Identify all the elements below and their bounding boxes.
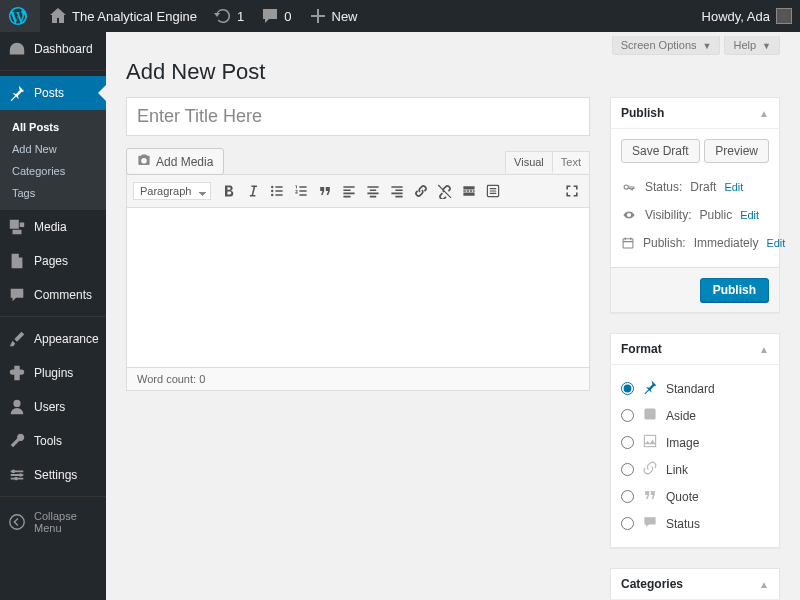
edit-date-link[interactable]: Edit — [766, 237, 785, 249]
svg-rect-9 — [623, 239, 633, 248]
format-quote[interactable]: Quote — [621, 483, 769, 510]
pin-icon — [8, 84, 26, 102]
status-bar: Word count: 0 — [126, 368, 590, 391]
updates-count: 1 — [237, 9, 244, 24]
submenu-add-new[interactable]: Add New — [0, 138, 106, 160]
menu-label: Appearance — [34, 332, 99, 346]
format-aside[interactable]: Aside — [621, 402, 769, 429]
comments-link[interactable]: 0 — [252, 0, 299, 32]
collapse-menu[interactable]: Collapse Menu — [0, 502, 106, 542]
menu-pages[interactable]: Pages — [0, 244, 106, 278]
format-link[interactable]: Link — [621, 456, 769, 483]
aside-icon — [642, 406, 658, 425]
editor: Paragraph Word count — [126, 174, 590, 391]
quote-icon — [642, 487, 658, 506]
eye-icon — [621, 207, 637, 223]
calendar-icon — [621, 235, 635, 251]
comments-count: 0 — [284, 9, 291, 24]
toolbar-toggle-button[interactable] — [482, 180, 504, 202]
link-button[interactable] — [410, 180, 432, 202]
my-account[interactable]: Howdy, Ada — [694, 0, 800, 32]
link-icon — [642, 460, 658, 479]
menu-plugins[interactable]: Plugins — [0, 356, 106, 390]
update-icon — [213, 6, 233, 26]
svg-point-3 — [10, 515, 24, 529]
page-icon — [8, 252, 26, 270]
menu-label: Settings — [34, 468, 77, 482]
menu-label: Comments — [34, 288, 92, 302]
format-select[interactable]: Paragraph — [133, 182, 211, 200]
menu-label: Plugins — [34, 366, 73, 380]
page-title: Add New Post — [126, 59, 780, 85]
save-draft-button[interactable]: Save Draft — [621, 139, 700, 163]
format-standard[interactable]: Standard — [621, 375, 769, 402]
key-icon — [621, 179, 637, 195]
menu-label: Tools — [34, 434, 62, 448]
site-name-label: The Analytical Engine — [72, 9, 197, 24]
wrench-icon — [8, 432, 26, 450]
unlink-button[interactable] — [434, 180, 456, 202]
editor-toolbar: Paragraph — [126, 174, 590, 208]
word-count: Word count: 0 — [137, 373, 205, 385]
bullet-list-button[interactable] — [266, 180, 288, 202]
menu-label: Users — [34, 400, 65, 414]
site-name-link[interactable]: The Analytical Engine — [40, 0, 205, 32]
submenu-tags[interactable]: Tags — [0, 182, 106, 204]
add-media-button[interactable]: Add Media — [126, 148, 224, 175]
menu-users[interactable]: Users — [0, 390, 106, 424]
admin-bar: The Analytical Engine 1 0 New Howdy, Ada — [0, 0, 800, 32]
tab-visual[interactable]: Visual — [505, 151, 553, 173]
submenu-all-posts[interactable]: All Posts — [0, 116, 106, 138]
align-center-button[interactable] — [362, 180, 384, 202]
menu-media[interactable]: Media — [0, 210, 106, 244]
bold-button[interactable] — [218, 180, 240, 202]
tab-text[interactable]: Text — [552, 151, 590, 173]
edit-visibility-link[interactable]: Edit — [740, 209, 759, 221]
blockquote-button[interactable] — [314, 180, 336, 202]
add-media-label: Add Media — [156, 155, 213, 169]
submenu-categories[interactable]: Categories — [0, 160, 106, 182]
wp-logo[interactable] — [0, 0, 40, 32]
menu-label: Media — [34, 220, 67, 234]
menu-tools[interactable]: Tools — [0, 424, 106, 458]
menu-settings[interactable]: Settings — [0, 458, 106, 492]
format-status[interactable]: Status — [621, 510, 769, 537]
toggle-icon[interactable]: ▲ — [759, 579, 769, 590]
collapse-icon — [8, 513, 26, 531]
help-button[interactable]: Help▼ — [724, 36, 780, 55]
menu-appearance[interactable]: Appearance — [0, 322, 106, 356]
svg-point-4 — [271, 186, 273, 188]
home-icon — [48, 6, 68, 26]
format-image[interactable]: Image — [621, 429, 769, 456]
align-left-button[interactable] — [338, 180, 360, 202]
screen-options-button[interactable]: Screen Options▼ — [612, 36, 721, 55]
updates-link[interactable]: 1 — [205, 0, 252, 32]
new-label: New — [332, 9, 358, 24]
edit-status-link[interactable]: Edit — [724, 181, 743, 193]
toggle-icon[interactable]: ▲ — [759, 108, 769, 119]
numbered-list-button[interactable] — [290, 180, 312, 202]
admin-menu: Dashboard Posts All Posts Add New Catego… — [0, 32, 106, 600]
svg-point-1 — [19, 473, 23, 477]
toggle-icon[interactable]: ▲ — [759, 344, 769, 355]
svg-point-5 — [271, 190, 273, 192]
content-editor[interactable] — [126, 208, 590, 368]
wordpress-icon — [8, 6, 28, 26]
svg-point-0 — [12, 470, 16, 474]
menu-posts[interactable]: Posts — [0, 76, 106, 110]
italic-button[interactable] — [242, 180, 264, 202]
chevron-down-icon: ▼ — [703, 41, 712, 51]
publish-button[interactable]: Publish — [700, 278, 769, 302]
preview-button[interactable]: Preview — [704, 139, 769, 163]
align-right-button[interactable] — [386, 180, 408, 202]
menu-comments[interactable]: Comments — [0, 278, 106, 312]
menu-dashboard[interactable]: Dashboard — [0, 32, 106, 66]
post-title-input[interactable] — [126, 97, 590, 136]
howdy-label: Howdy, Ada — [702, 9, 770, 24]
fullscreen-button[interactable] — [561, 180, 583, 202]
more-button[interactable] — [458, 180, 480, 202]
collapse-label: Collapse Menu — [34, 510, 98, 534]
svg-rect-10 — [644, 408, 655, 419]
publish-box: Publish▲ Save Draft Preview Status: Draf… — [610, 97, 780, 313]
new-content-link[interactable]: New — [300, 0, 366, 32]
